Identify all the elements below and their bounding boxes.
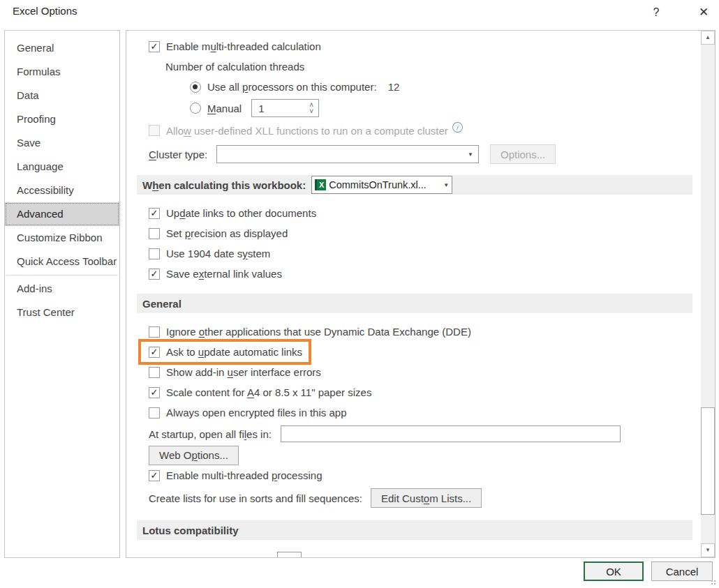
cluster-row-cluster-type: Cluster type:▼Options...	[126, 142, 701, 167]
ok-button[interactable]: OK	[584, 561, 644, 581]
chevron-down-icon: ▼	[468, 151, 473, 158]
checkbox-row-allow-user-defined-xll-functions-to-run-on: Allow user-defined XLL functions to run …	[126, 119, 701, 142]
radio-row-manual: Manual1˄˅	[126, 97, 701, 119]
checkbox-row-scale-content-for-a4-or-8-5-x-11-paper-siz: ✓Scale content for A4 or 8.5 x 11" paper…	[126, 382, 701, 402]
close-icon[interactable]: ✕	[693, 2, 714, 23]
sidebar-item-accessibility[interactable]: Accessibility	[5, 179, 119, 202]
startup-row-at-startup-open-all-files-in: At startup, open all files in:	[126, 423, 701, 445]
option-label: Set precision as displayed	[166, 227, 288, 239]
scrollbar-up-icon[interactable]: ▲	[701, 31, 715, 45]
plain-row-number-of-calculation-threads: Number of calculation threads	[126, 56, 701, 77]
checkbox-row-use-1904-date-system: Use 1904 date system	[126, 243, 701, 264]
checkbox-row-ask-to-update-automatic-links: ✓Ask to update automatic links	[126, 342, 701, 362]
checkbox-show-add-in-user-interface-errors[interactable]	[149, 367, 160, 378]
sidebar-divider	[6, 275, 118, 276]
option-label: Create lists for use in sorts and fill s…	[149, 492, 362, 504]
scrollbar-track[interactable]: ▲ ▼	[701, 31, 715, 557]
checkbox-enable-multi-threaded-processing[interactable]: ✓	[149, 470, 160, 481]
sidebar-item-language[interactable]: Language	[5, 155, 119, 179]
clipped-control	[277, 552, 302, 557]
sidebar-item-data[interactable]: Data	[5, 84, 119, 107]
checkbox-row-set-precision-as-displayed: Set precision as displayed	[126, 223, 701, 243]
sidebar-item-add-ins[interactable]: Add-ins	[5, 277, 119, 301]
checkbox-enable-multi-threaded-calculation[interactable]: ✓	[149, 41, 160, 52]
options-button: Options...	[490, 144, 556, 164]
checkbox-ask-to-update-automatic-links[interactable]: ✓	[149, 347, 160, 358]
dialog-title: Excel Options	[13, 5, 77, 17]
option-label: Ask to update automatic links	[166, 346, 302, 358]
options-panel: ✓Enable multi-threaded calculationNumber…	[126, 30, 716, 558]
button-edit-custom-lists[interactable]: Edit Custom Lists...	[371, 488, 482, 508]
checkbox-row-update-links-to-other-documents: ✓Update links to other documents	[126, 203, 701, 223]
chevron-down-icon: ▼	[440, 182, 449, 188]
checkbox-row-enable-multi-threaded-processing: ✓Enable multi-threaded processing	[126, 465, 701, 485]
option-label: Web Options...	[159, 449, 228, 461]
option-label: Use all processors on this computer:	[207, 81, 377, 93]
checkbox-use-1904-date-system[interactable]	[149, 248, 160, 259]
cancel-button[interactable]: Cancel	[651, 561, 713, 581]
scrollbar-down-icon[interactable]: ▼	[701, 543, 715, 557]
checkbox-ignore-other-applications-that-use-dynamic[interactable]	[149, 326, 160, 338]
checkbox-always-open-encrypted-files-in-this-app[interactable]	[149, 407, 160, 419]
checkbox-scale-content-for-a4-or-8-5-x-11-paper-siz[interactable]: ✓	[149, 387, 160, 398]
option-label: Scale content for A4 or 8.5 x 11" paper …	[166, 386, 371, 398]
button-web-options[interactable]: Web Options...	[149, 446, 239, 465]
section-header-when-calculating-this-workbook: When calculating this workbook:XCommitsO…	[137, 175, 692, 195]
sidebar-item-general[interactable]: General	[5, 36, 119, 60]
label-button-row-create-lists-for-use-in-sorts-and-fill-seq: Create lists for use in sorts and fill s…	[126, 485, 701, 511]
option-label: At startup, open all files in:	[149, 428, 281, 440]
sidebar-item-trust-center[interactable]: Trust Center	[5, 301, 119, 324]
option-label: Enable multi-threaded calculation	[166, 40, 321, 52]
processor-count-value: 12	[388, 81, 400, 93]
checkbox-save-external-link-values[interactable]: ✓	[149, 269, 160, 280]
workbook-name: CommitsOnTrunk.xl...	[326, 179, 440, 190]
sidebar-item-quick-access-toolbar[interactable]: Quick Access Toolbar	[5, 250, 119, 273]
help-icon[interactable]: ?	[646, 2, 667, 23]
sidebar-item-customize-ribbon[interactable]: Customize Ribbon	[5, 226, 119, 250]
cluster-type-dropdown[interactable]: ▼	[216, 145, 479, 163]
workbook-dropdown[interactable]: XCommitsOnTrunk.xl...▼	[311, 176, 452, 194]
scrollbar-thumb[interactable]	[701, 407, 715, 515]
option-label: Manual	[207, 103, 242, 114]
option-label: Lotus compatibility	[142, 525, 239, 536]
option-label: Save external link values	[166, 268, 282, 280]
options-rows: ✓Enable multi-threaded calculationNumber…	[126, 31, 701, 548]
startup-files-input[interactable]	[281, 425, 621, 442]
checkbox-row-always-open-encrypted-files-in-this-app: Always open encrypted files in this app	[126, 402, 701, 423]
option-label: Number of calculation threads	[165, 61, 304, 73]
title-bar: Excel Options ? ✕	[0, 0, 719, 30]
info-icon[interactable]: i	[452, 121, 464, 133]
sidebar-item-advanced[interactable]: Advanced	[5, 202, 119, 226]
option-label: Edit Custom Lists...	[381, 492, 471, 504]
stepper-down-icon[interactable]: ˅	[309, 108, 313, 114]
stepper-arrows[interactable]: ˄˅	[309, 100, 313, 116]
radio-manual[interactable]	[190, 103, 201, 114]
option-label: When calculating this workbook:	[142, 179, 306, 191]
button-row-web-options: Web Options...	[126, 445, 701, 465]
radio-use-all-processors-on-this-computer[interactable]	[190, 82, 201, 93]
sidebar-item-proofing[interactable]: Proofing	[5, 107, 119, 131]
checkbox-update-links-to-other-documents[interactable]: ✓	[149, 208, 160, 219]
checkbox-row-save-external-link-values: ✓Save external link values	[126, 264, 701, 284]
checkbox-row-enable-multi-threaded-calculation: ✓Enable multi-threaded calculation	[126, 36, 701, 56]
resize-grip[interactable]	[711, 580, 718, 587]
stepper-value: 1	[258, 103, 264, 114]
sidebar-item-formulas[interactable]: Formulas	[5, 60, 119, 84]
option-label: General	[142, 298, 181, 310]
checkbox-allow-user-defined-xll-functions-to-run-on	[149, 125, 160, 136]
checkbox-set-precision-as-displayed[interactable]	[149, 228, 160, 239]
sidebar-item-save[interactable]: Save	[5, 131, 119, 155]
option-label: Update links to other documents	[166, 207, 316, 219]
option-label: Show add-in user interface errors	[166, 366, 321, 378]
option-label: Allow user-defined XLL functions to run …	[166, 125, 448, 137]
section-header-general: General	[137, 294, 692, 313]
option-label: Ignore other applications that use Dynam…	[166, 326, 471, 338]
option-label: Use 1904 date system	[166, 248, 270, 259]
excel-file-icon: X	[315, 179, 326, 190]
option-label: Enable multi-threaded processing	[166, 469, 322, 481]
sidebar: GeneralFormulasDataProofingSaveLanguageA…	[4, 30, 120, 558]
manual-threads-stepper[interactable]: 1˄˅	[251, 99, 319, 117]
option-label: Cluster type:	[149, 149, 216, 160]
checkbox-row-ignore-other-applications-that-use-dynamic: Ignore other applications that use Dynam…	[126, 322, 701, 342]
option-label: Options...	[501, 149, 545, 160]
